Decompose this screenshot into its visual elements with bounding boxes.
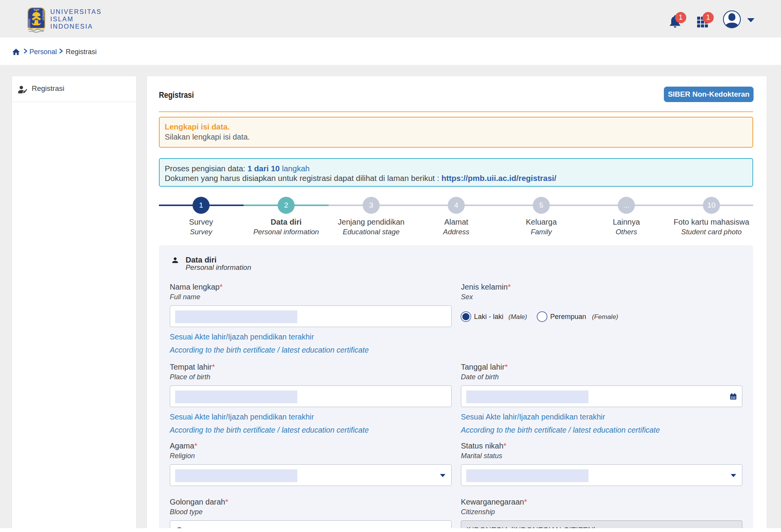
svg-text:INDONESIA: INDONESIA — [42, 10, 44, 20]
